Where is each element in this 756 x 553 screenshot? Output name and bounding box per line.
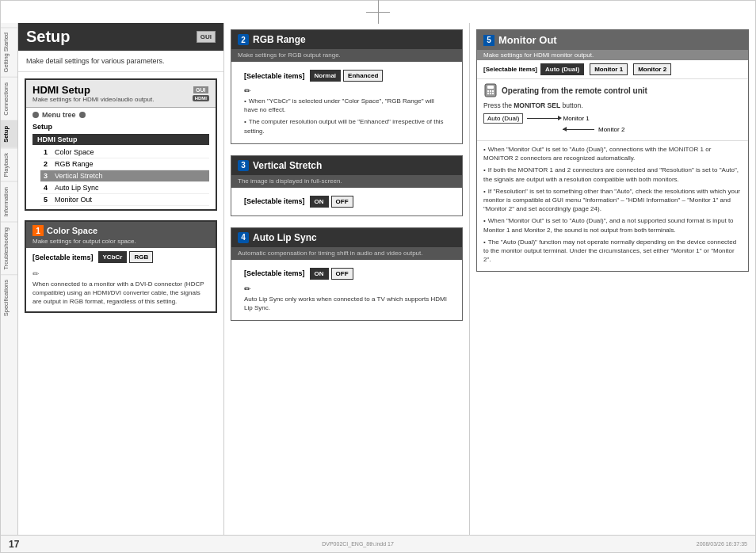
cs-title-text: Color Space — [47, 226, 97, 235]
rgb-range-desc: Make settings for RGB output range. — [231, 49, 462, 62]
monitor1-diag: Monitor 1 — [563, 115, 589, 122]
menu-setup-label: Setup — [32, 121, 209, 132]
sidebar-item-playback[interactable]: Playback — [1, 147, 17, 181]
hdmi-icons: GUI HDMI — [193, 86, 209, 101]
als-on-btn[interactable]: ON — [310, 268, 329, 280]
timestamp: 2008/03/26 16:37:35 — [697, 541, 747, 547]
als-num-badge: 4 — [238, 232, 249, 243]
als-selectable-row: [Selectable items] ON OFF — [238, 265, 456, 283]
note-icon-rgb: ✏ — [238, 85, 456, 97]
menu-tree-header: Menu tree — [32, 111, 209, 119]
als-selectable-label: [Selectable items] — [244, 269, 305, 277]
auto-dual-btn[interactable]: Auto (Dual) — [540, 63, 584, 75]
svg-point-3 — [490, 90, 491, 92]
sidebar-item-connections[interactable]: Connections — [1, 77, 17, 120]
als-desc: Automatic compensation for timing shift … — [231, 247, 462, 260]
rgb-range-body: [Selectable items] Normal Enhanced ✏ Whe… — [231, 62, 462, 143]
note-icon-als: ✏ — [238, 283, 456, 295]
mo-bullet-2: If both the MONITOR 1 and 2 connectors a… — [483, 166, 742, 183]
mo-bullet-3: If "Resolution" is set to something othe… — [483, 187, 742, 214]
right-notes: When "Monitor Out" is set to "Auto (Dual… — [477, 141, 748, 271]
monitor-sel-bold: MONITOR SEL — [514, 101, 560, 109]
gui-icon: GUI — [197, 31, 216, 43]
ycbcr-btn[interactable]: YCbCr — [98, 251, 128, 263]
monitor2-btn[interactable]: Monitor 2 — [633, 63, 671, 75]
sidebar-item-getting-started[interactable]: Getting Started — [1, 27, 17, 77]
enhanced-btn[interactable]: Enhanced — [343, 70, 383, 82]
menu-item-1[interactable]: 1 Color Space — [40, 147, 209, 158]
menu-item-5[interactable]: 5 Monitor Out — [40, 194, 209, 206]
svg-point-5 — [487, 93, 489, 94]
main-content: Getting Started Connections Setup Playba… — [1, 23, 755, 535]
diagram-area: Auto (Dual) Monitor 1 — [483, 113, 742, 133]
operating-title: Operating from the remote control unit — [483, 83, 742, 97]
normal-btn[interactable]: Normal — [310, 70, 342, 82]
vs-desc: The image is displayed in full-screen. — [231, 175, 462, 188]
monitor2-diag: Monitor 2 — [598, 126, 624, 133]
rgb-selectable-label: [Selectable items] — [244, 72, 305, 80]
remote-control-icon — [483, 83, 498, 97]
mo-bullet-5: The "Auto (Dual)" function may not opera… — [483, 238, 742, 265]
mo-selectable-label: [Selectable items] — [483, 66, 537, 73]
crosshair-v — [378, 0, 379, 24]
mo-desc: Make settings for HDMI monitor output. — [477, 50, 748, 60]
menu-tree: Menu tree Setup HDMI Setup 1 Color Space — [26, 108, 216, 209]
mo-num-badge: 5 — [483, 35, 494, 46]
rgb-selectable-row: [Selectable items] Normal Enhanced — [238, 67, 456, 85]
monitor-out-header: 5 Monitor Out — [477, 30, 748, 50]
vs-num-badge: 3 — [238, 160, 249, 171]
monitor-out-section: 5 Monitor Out Make settings for HDMI mon… — [476, 29, 749, 272]
svg-point-4 — [492, 90, 494, 92]
rgb-range-header: 2 RGB Range — [231, 30, 462, 49]
auto-lip-sync-section: 4 Auto Lip Sync Automatic compensation f… — [231, 227, 463, 321]
cs-num: 1 — [32, 225, 44, 236]
hdmi-title: HDMI Setup — [32, 84, 154, 96]
sidebar-item-setup[interactable]: Setup — [1, 120, 17, 147]
vs-header: 3 Vertical Stretch — [231, 156, 462, 175]
svg-point-6 — [490, 93, 491, 94]
rgb-btn[interactable]: RGB — [129, 251, 153, 263]
cs-desc: Make settings for output color space. — [32, 238, 209, 245]
page-number: 17 — [9, 539, 19, 550]
bottom-bar: 17 DVP002CI_ENG_8th.indd 17 2008/03/26 1… — [1, 535, 755, 552]
cs-selectable-label: [Selectable items] — [32, 254, 94, 261]
rgb-num-badge: 2 — [238, 34, 249, 45]
cs-note: When connected to a monitor with a DVI-D… — [26, 280, 216, 311]
als-off-btn[interactable]: OFF — [331, 268, 353, 280]
sidebar-item-specifications[interactable]: Specifications — [1, 274, 17, 321]
vertical-stretch-section: 3 Vertical Stretch The image is displaye… — [231, 155, 463, 216]
auto-dual-diag: Auto (Dual) — [483, 113, 523, 124]
setup-intro: Make detail settings for various paramet… — [18, 51, 223, 72]
mo-bullet-1: When "Monitor Out" is set to "Auto (Dual… — [483, 145, 742, 162]
file-info: DVP002CI_ENG_8th.indd 17 — [322, 541, 394, 547]
menu-hdmi-label: HDMI Setup — [32, 134, 209, 145]
vs-selectable-row: [Selectable items] ON OFF — [238, 193, 456, 211]
menu-item-2[interactable]: 2 RGB Range — [40, 158, 209, 170]
sidebar: Getting Started Connections Setup Playba… — [1, 23, 18, 535]
dot-right — [79, 112, 86, 118]
gui-badge: GUI — [193, 86, 208, 93]
menu-item-3[interactable]: 3 Vertical Stretch — [40, 170, 209, 182]
operating-title-text: Operating from the remote control unit — [502, 86, 647, 95]
hdmi-subtitle: Make settings for HDMI video/audio outpu… — [32, 96, 154, 103]
middle-panel: 2 RGB Range Make settings for RGB output… — [224, 23, 470, 535]
sidebar-item-troubleshooting[interactable]: Troubleshooting — [1, 222, 17, 275]
diagram-row-2: Monitor 2 — [563, 126, 742, 133]
hdmi-setup-header: HDMI Setup Make settings for HDMI video/… — [26, 80, 216, 108]
rgb-bullet-1: When "YCbCr" is selected under "Color Sp… — [238, 97, 456, 114]
vs-on-btn[interactable]: ON — [310, 196, 329, 208]
monitor1-btn[interactable]: Monitor 1 — [590, 63, 628, 75]
svg-point-2 — [487, 90, 489, 92]
menu-items: 1 Color Space 2 RGB Range 3 Vertical Str… — [40, 147, 209, 206]
vs-body: [Selectable items] ON OFF — [231, 188, 462, 215]
hdmi-setup-box: HDMI Setup Make settings for HDMI video/… — [25, 78, 217, 211]
vs-off-btn[interactable]: OFF — [331, 196, 353, 208]
sidebar-item-information[interactable]: Information — [1, 181, 17, 222]
press-text: Press the MONITOR SEL button. — [483, 101, 742, 109]
diagram-row-1: Auto (Dual) Monitor 1 — [483, 113, 742, 124]
mo-bullet-4: When "Monitor Out" is set to "Auto (Dual… — [483, 216, 742, 234]
left-panel: Setup GUI Make detail settings for vario… — [18, 23, 224, 535]
menu-item-4[interactable]: 4 Auto Lip Sync — [40, 182, 209, 194]
setup-title: Setup — [26, 28, 71, 46]
rgb-range-section: 2 RGB Range Make settings for RGB output… — [231, 29, 463, 144]
